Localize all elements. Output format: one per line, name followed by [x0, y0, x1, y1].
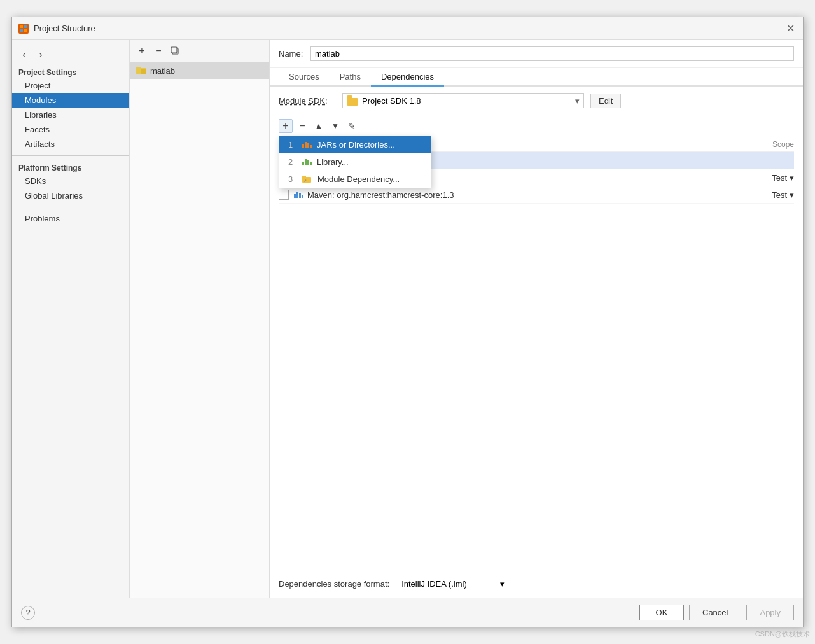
- add-dep-button[interactable]: +: [279, 119, 293, 133]
- bottom-bar: ? OK Cancel Apply: [12, 598, 803, 627]
- dep-name-hamcrest: Maven: org.hamcrest:hamcrest-core:1.3: [294, 190, 738, 200]
- bottom-bar-left: ?: [21, 606, 35, 620]
- module-name: matlab: [150, 66, 175, 76]
- dep-scope-junit: Test ▾: [743, 173, 794, 183]
- storage-dropdown-arrow-icon: ▾: [500, 579, 505, 589]
- svg-rect-5: [171, 47, 177, 53]
- dropdown-item-library[interactable]: 2 Library...: [279, 153, 431, 171]
- sdk-select[interactable]: Project SDK 1.8 ▾: [342, 93, 584, 108]
- module-toolbar: + −: [130, 40, 269, 62]
- main-content: ‹ › Project Settings Project Modules Lib…: [12, 40, 803, 598]
- svg-rect-7: [136, 67, 141, 69]
- storage-value: IntelliJ IDEA (.iml): [401, 579, 467, 589]
- svg-rect-1: [24, 25, 27, 28]
- dep-toolbar: + − ▲ ▼ ✎ 1 JARs or Director: [270, 115, 803, 137]
- sdk-row: Module SDK: Project SDK 1.8 ▾ Edit: [270, 87, 803, 115]
- dep-table: Scope ⟨ Module source ⟩: [270, 137, 803, 570]
- sidebar-divider-2: [12, 207, 129, 207]
- sidebar-item-problems[interactable]: Problems: [12, 211, 129, 226]
- copy-module-button[interactable]: [168, 44, 182, 58]
- dropdown-item-module-dep[interactable]: 3 ↗ Module Dependency...: [279, 171, 431, 188]
- svg-rect-10: [302, 176, 306, 178]
- watermark: CSDN@铁栈技术: [755, 629, 810, 639]
- help-button[interactable]: ?: [21, 606, 35, 620]
- nav-row: ‹ ›: [12, 45, 129, 64]
- app-icon: [18, 24, 29, 34]
- module-dep-icon: ↗: [302, 176, 312, 183]
- forward-button[interactable]: ›: [34, 48, 48, 62]
- dropdown-item-jars[interactable]: 1 JARs or Directories...: [279, 136, 431, 153]
- remove-dep-button[interactable]: −: [295, 119, 309, 133]
- title-bar: Project Structure ✕: [12, 17, 803, 40]
- sdk-value: Project SDK 1.8: [362, 96, 421, 106]
- cancel-button[interactable]: Cancel: [689, 605, 741, 620]
- svg-rect-3: [24, 29, 27, 32]
- sidebar-item-facets[interactable]: Facets: [12, 122, 129, 137]
- sidebar-divider: [12, 155, 129, 156]
- sidebar-item-artifacts[interactable]: Artifacts: [12, 137, 129, 151]
- move-up-button[interactable]: ▲: [312, 119, 326, 133]
- dep-scope-hamcrest-value: Test: [772, 190, 787, 200]
- add-dep-dropdown: 1 JARs or Directories... 2: [279, 136, 431, 188]
- sidebar-item-sdks[interactable]: SDKs: [12, 174, 129, 188]
- storage-row: Dependencies storage format: IntelliJ ID…: [270, 570, 803, 598]
- remove-module-button[interactable]: −: [151, 44, 165, 58]
- add-module-button[interactable]: +: [135, 44, 149, 58]
- library-icon: [302, 159, 312, 165]
- svg-rect-8: [141, 69, 146, 74]
- svg-rect-2: [20, 29, 23, 32]
- sidebar-item-global-libraries[interactable]: Global Libraries: [12, 188, 129, 203]
- title-bar-left: Project Structure: [18, 24, 95, 34]
- dropdown-library-label: Library...: [317, 157, 349, 167]
- name-row: Name:: [270, 40, 803, 68]
- sidebar-item-libraries[interactable]: Libraries: [12, 108, 129, 122]
- apply-button[interactable]: Apply: [746, 605, 794, 620]
- scope-header: Scope: [743, 140, 794, 149]
- sidebar: ‹ › Project Settings Project Modules Lib…: [12, 40, 130, 598]
- dep-scope-junit-arrow: ▾: [790, 173, 794, 183]
- ok-button[interactable]: OK: [639, 605, 684, 620]
- name-input[interactable]: [310, 46, 794, 61]
- storage-label: Dependencies storage format:: [279, 579, 389, 589]
- jars-icon: [302, 142, 312, 148]
- dropdown-module-dep-label: Module Dependency...: [317, 174, 400, 184]
- sdk-dropdown-arrow-icon: ▾: [575, 96, 580, 106]
- name-label: Name:: [279, 49, 304, 59]
- sdk-folder-icon: [347, 95, 358, 106]
- window-title: Project Structure: [34, 24, 95, 33]
- edit-sdk-button[interactable]: Edit: [590, 94, 621, 108]
- module-folder-icon: [136, 66, 146, 76]
- dropdown-jars-label: JARs or Directories...: [317, 140, 395, 150]
- platform-settings-label: Platform Settings: [12, 160, 129, 174]
- dep-scope-hamcrest-arrow: ▾: [790, 190, 794, 200]
- sidebar-item-modules[interactable]: Modules: [12, 93, 129, 108]
- module-item-matlab[interactable]: matlab: [130, 62, 269, 79]
- close-button[interactable]: ✕: [784, 22, 797, 35]
- back-button[interactable]: ‹: [17, 48, 31, 62]
- svg-rect-0: [20, 25, 23, 28]
- sdk-label: Module SDK:: [279, 96, 336, 106]
- tab-sources[interactable]: Sources: [279, 68, 330, 87]
- storage-select[interactable]: IntelliJ IDEA (.iml) ▾: [396, 577, 510, 591]
- move-down-button[interactable]: ▼: [328, 119, 342, 133]
- project-structure-window: Project Structure ✕ ‹ › Project Settings…: [11, 17, 804, 627]
- dep-label-hamcrest: Maven: org.hamcrest:hamcrest-core:1.3: [307, 190, 454, 200]
- dep-check-hamcrest[interactable]: [279, 190, 289, 200]
- tab-dependencies[interactable]: Dependencies: [371, 68, 444, 87]
- maven-icon-hamcrest: [294, 192, 303, 198]
- edit-dep-button[interactable]: ✎: [345, 119, 359, 133]
- tabs-row: Sources Paths Dependencies: [270, 68, 803, 87]
- detail-panel: Name: Sources Paths Dependencies Module …: [270, 40, 803, 598]
- dep-scope-junit-value: Test: [772, 173, 787, 183]
- dep-scope-hamcrest: Test ▾: [743, 190, 794, 200]
- dep-row-hamcrest: Maven: org.hamcrest:hamcrest-core:1.3 Te…: [279, 186, 794, 204]
- tab-paths[interactable]: Paths: [330, 68, 371, 87]
- sidebar-item-project[interactable]: Project: [12, 78, 129, 93]
- project-settings-label: Project Settings: [12, 64, 129, 78]
- svg-text:↗: ↗: [303, 179, 307, 183]
- module-panel: + − matlab: [130, 40, 270, 598]
